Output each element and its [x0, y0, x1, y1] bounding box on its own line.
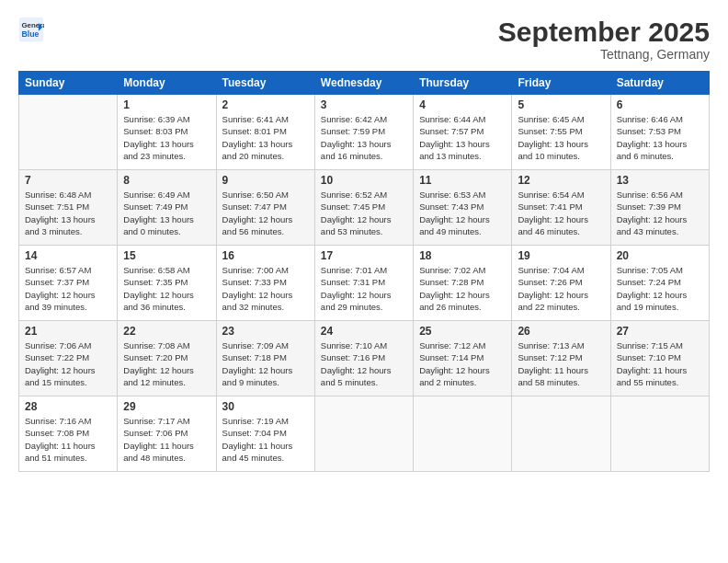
week-row-3: 21Sunrise: 7:06 AMSunset: 7:22 PMDayligh…	[19, 321, 710, 396]
day-info: Sunrise: 7:05 AMSunset: 7:24 PMDaylight:…	[617, 264, 703, 313]
day-number: 26	[518, 325, 604, 338]
day-number: 21	[25, 325, 111, 338]
calendar-cell: 8Sunrise: 6:49 AMSunset: 7:49 PMDaylight…	[118, 170, 216, 246]
calendar-cell: 9Sunrise: 6:50 AMSunset: 7:47 PMDaylight…	[216, 170, 314, 246]
svg-text:Blue: Blue	[22, 29, 40, 39]
col-thursday: Thursday	[414, 72, 512, 95]
day-info: Sunrise: 7:00 AMSunset: 7:33 PMDaylight:…	[222, 264, 309, 313]
calendar-cell: 28Sunrise: 7:16 AMSunset: 7:08 PMDayligh…	[19, 396, 118, 472]
calendar-cell: 12Sunrise: 6:54 AMSunset: 7:41 PMDayligh…	[512, 170, 610, 246]
day-number: 3	[321, 98, 407, 111]
calendar-cell: 25Sunrise: 7:12 AMSunset: 7:14 PMDayligh…	[414, 321, 512, 396]
calendar-cell	[19, 95, 118, 170]
calendar-cell: 22Sunrise: 7:08 AMSunset: 7:20 PMDayligh…	[118, 321, 216, 396]
col-friday: Friday	[512, 72, 610, 95]
day-number: 2	[222, 98, 309, 111]
day-info: Sunrise: 7:17 AMSunset: 7:06 PMDaylight:…	[123, 415, 210, 464]
day-number: 13	[617, 174, 703, 187]
calendar-cell	[610, 396, 709, 472]
day-number: 9	[222, 174, 309, 187]
day-number: 12	[518, 174, 604, 187]
week-row-1: 7Sunrise: 6:48 AMSunset: 7:51 PMDaylight…	[19, 170, 710, 246]
calendar-cell: 14Sunrise: 6:57 AMSunset: 7:37 PMDayligh…	[19, 246, 118, 321]
day-number: 30	[222, 400, 309, 413]
calendar-cell: 30Sunrise: 7:19 AMSunset: 7:04 PMDayligh…	[216, 396, 314, 472]
day-info: Sunrise: 6:58 AMSunset: 7:35 PMDaylight:…	[123, 264, 210, 313]
day-number: 11	[419, 174, 506, 187]
day-info: Sunrise: 6:54 AMSunset: 7:41 PMDaylight:…	[518, 189, 604, 237]
day-info: Sunrise: 7:01 AMSunset: 7:31 PMDaylight:…	[321, 264, 407, 313]
day-info: Sunrise: 6:56 AMSunset: 7:39 PMDaylight:…	[617, 189, 703, 237]
day-info: Sunrise: 7:15 AMSunset: 7:10 PMDaylight:…	[617, 339, 703, 388]
calendar-cell: 19Sunrise: 7:04 AMSunset: 7:26 PMDayligh…	[512, 246, 610, 321]
day-info: Sunrise: 6:39 AMSunset: 8:03 PMDaylight:…	[123, 113, 210, 162]
day-info: Sunrise: 7:12 AMSunset: 7:14 PMDaylight:…	[419, 339, 506, 388]
calendar-cell: 3Sunrise: 6:42 AMSunset: 7:59 PMDaylight…	[314, 95, 413, 170]
day-number: 18	[419, 249, 506, 262]
day-info: Sunrise: 7:02 AMSunset: 7:28 PMDaylight:…	[419, 264, 506, 313]
col-tuesday: Tuesday	[216, 72, 314, 95]
day-info: Sunrise: 6:44 AMSunset: 7:57 PMDaylight:…	[419, 113, 506, 162]
week-row-0: 1Sunrise: 6:39 AMSunset: 8:03 PMDaylight…	[19, 95, 710, 170]
calendar-cell: 16Sunrise: 7:00 AMSunset: 7:33 PMDayligh…	[216, 246, 314, 321]
calendar-cell: 27Sunrise: 7:15 AMSunset: 7:10 PMDayligh…	[610, 321, 709, 396]
day-number: 1	[123, 98, 210, 111]
calendar-cell	[512, 396, 610, 472]
day-number: 8	[123, 174, 210, 187]
day-info: Sunrise: 6:52 AMSunset: 7:45 PMDaylight:…	[321, 189, 407, 237]
day-number: 10	[321, 174, 407, 187]
day-number: 20	[617, 249, 703, 262]
day-number: 29	[123, 400, 210, 413]
calendar-cell: 11Sunrise: 6:53 AMSunset: 7:43 PMDayligh…	[414, 170, 512, 246]
calendar-cell: 18Sunrise: 7:02 AMSunset: 7:28 PMDayligh…	[414, 246, 512, 321]
day-number: 14	[25, 249, 111, 262]
calendar-cell: 13Sunrise: 6:56 AMSunset: 7:39 PMDayligh…	[610, 170, 709, 246]
logo-icon: General Blue	[18, 17, 44, 42]
day-number: 16	[222, 249, 309, 262]
day-number: 15	[123, 249, 210, 262]
day-number: 4	[419, 98, 506, 111]
calendar-cell: 24Sunrise: 7:10 AMSunset: 7:16 PMDayligh…	[314, 321, 413, 396]
day-info: Sunrise: 6:48 AMSunset: 7:51 PMDaylight:…	[25, 189, 111, 237]
day-info: Sunrise: 7:06 AMSunset: 7:22 PMDaylight:…	[25, 339, 111, 388]
day-number: 23	[222, 325, 309, 338]
calendar-cell: 6Sunrise: 6:46 AMSunset: 7:53 PMDaylight…	[610, 95, 709, 170]
day-info: Sunrise: 6:42 AMSunset: 7:59 PMDaylight:…	[321, 113, 407, 162]
week-row-2: 14Sunrise: 6:57 AMSunset: 7:37 PMDayligh…	[19, 246, 710, 321]
calendar-cell: 29Sunrise: 7:17 AMSunset: 7:06 PMDayligh…	[118, 396, 216, 472]
day-number: 28	[25, 400, 111, 413]
calendar-cell: 7Sunrise: 6:48 AMSunset: 7:51 PMDaylight…	[19, 170, 118, 246]
col-wednesday: Wednesday	[314, 72, 413, 95]
day-number: 17	[321, 249, 407, 262]
calendar-cell: 4Sunrise: 6:44 AMSunset: 7:57 PMDaylight…	[414, 95, 512, 170]
day-info: Sunrise: 7:04 AMSunset: 7:26 PMDaylight:…	[518, 264, 604, 313]
calendar-table: Sunday Monday Tuesday Wednesday Thursday…	[18, 71, 710, 472]
day-number: 27	[617, 325, 703, 338]
day-info: Sunrise: 7:10 AMSunset: 7:16 PMDaylight:…	[321, 339, 407, 388]
calendar-cell: 21Sunrise: 7:06 AMSunset: 7:22 PMDayligh…	[19, 321, 118, 396]
calendar-cell: 23Sunrise: 7:09 AMSunset: 7:18 PMDayligh…	[216, 321, 314, 396]
calendar-cell: 2Sunrise: 6:41 AMSunset: 8:01 PMDaylight…	[216, 95, 314, 170]
col-saturday: Saturday	[610, 72, 709, 95]
logo: General Blue	[18, 17, 44, 42]
page: General Blue September 2025 Tettnang, Ge…	[0, 0, 728, 563]
day-number: 19	[518, 249, 604, 262]
day-number: 25	[419, 325, 506, 338]
page-title: September 2025	[498, 17, 710, 47]
calendar-cell: 26Sunrise: 7:13 AMSunset: 7:12 PMDayligh…	[512, 321, 610, 396]
day-number: 5	[518, 98, 604, 111]
title-area: September 2025 Tettnang, Germany	[498, 17, 710, 62]
day-info: Sunrise: 6:46 AMSunset: 7:53 PMDaylight:…	[617, 113, 703, 162]
day-number: 24	[321, 325, 407, 338]
calendar-cell: 20Sunrise: 7:05 AMSunset: 7:24 PMDayligh…	[610, 246, 709, 321]
day-info: Sunrise: 6:45 AMSunset: 7:55 PMDaylight:…	[518, 113, 604, 162]
day-info: Sunrise: 7:13 AMSunset: 7:12 PMDaylight:…	[518, 339, 604, 388]
day-info: Sunrise: 6:49 AMSunset: 7:49 PMDaylight:…	[123, 189, 210, 237]
calendar-cell	[314, 396, 413, 472]
day-info: Sunrise: 7:16 AMSunset: 7:08 PMDaylight:…	[25, 415, 111, 464]
day-info: Sunrise: 6:57 AMSunset: 7:37 PMDaylight:…	[25, 264, 111, 313]
header-row: Sunday Monday Tuesday Wednesday Thursday…	[19, 72, 710, 95]
page-subtitle: Tettnang, Germany	[498, 47, 710, 62]
col-sunday: Sunday	[19, 72, 118, 95]
day-number: 7	[25, 174, 111, 187]
